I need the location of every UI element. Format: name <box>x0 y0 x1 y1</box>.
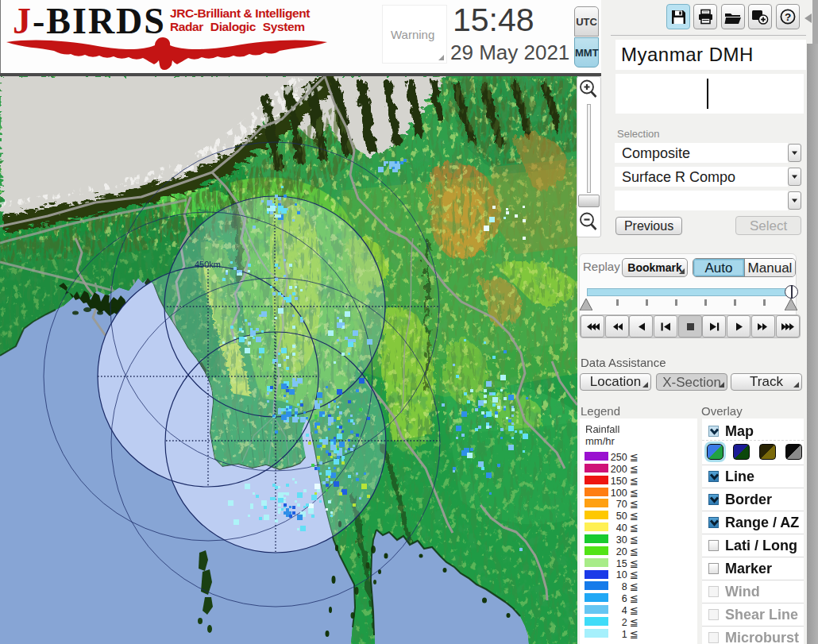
svg-text:?: ? <box>785 11 791 23</box>
svg-text:450km: 450km <box>195 260 221 269</box>
